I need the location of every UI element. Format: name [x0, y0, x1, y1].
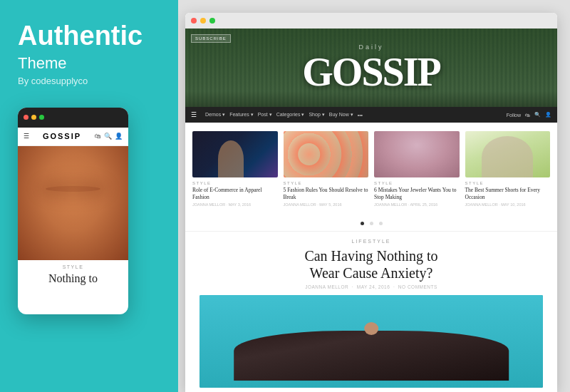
dot-2[interactable] [370, 222, 373, 225]
desktop-site: SUBSCRIBE Daily GOSSIP ☰ Demos ▾ Feature… [185, 29, 557, 392]
nav-items: Demos ▾ Features ▾ Post ▾ Categories ▾ S… [205, 112, 501, 118]
subscribe-button[interactable]: SUBSCRIBE [191, 34, 231, 43]
article-meta-3: JOANNA MELLOR · APRIL 25, 2016 [374, 202, 460, 207]
article-meta-4: JOANNA MELLOR · MAY 10, 2016 [465, 202, 551, 207]
article-card-3[interactable]: STYLE 6 Mistakes Your Jeweler Wants You … [374, 131, 460, 207]
mobile-dot-red [24, 115, 28, 120]
article-meta-1: JOANNA MELLOR · MAY 3, 2016 [192, 202, 278, 207]
dot-3[interactable] [379, 222, 383, 225]
mobile-hero-face [18, 146, 128, 260]
desktop-top-bar [185, 13, 557, 29]
feature-meta: JOANNA MELLOR · MAY 24, 2016 · NO COMMEN… [200, 284, 543, 289]
mobile-nav-icons: 🛍 🔍 👤 [95, 133, 123, 140]
pagination-dots [185, 212, 557, 231]
article-card-1[interactable]: STYLE Role of E-Commerce in Apparel Fash… [192, 131, 278, 207]
article-card-2[interactable]: STYLE 5 Fashion Rules You Should Resolve… [284, 131, 369, 207]
article-title-2: 5 Fashion Rules You Should Resolve to Br… [284, 187, 369, 201]
gossip-title: GOSSIP [302, 50, 440, 94]
dot-1[interactable] [361, 222, 364, 225]
feature-title-line1: Can Having Nothing to [304, 248, 437, 264]
article-card-4[interactable]: STYLE The Best Summer Shorts for Every O… [465, 131, 551, 207]
nav-bag-icon[interactable]: 🛍 [525, 113, 530, 118]
figure-head [364, 322, 378, 335]
feature-image [200, 295, 543, 388]
user-icon: 👤 [115, 133, 123, 140]
nav-item-post[interactable]: Post ▾ [258, 112, 272, 118]
feature-title-line2: Wear Cause Anxiety? [310, 265, 433, 281]
nav-user-icon[interactable]: 👤 [545, 112, 551, 118]
nav-item-categories[interactable]: Categories ▾ [276, 112, 305, 118]
nav-hamburger-icon[interactable]: ☰ [191, 111, 197, 118]
nav-item-demos[interactable]: Demos ▾ [205, 112, 225, 118]
desktop-dot-red [191, 18, 197, 24]
nav-item-buynow[interactable]: Buy Now ▾ [329, 112, 353, 118]
mobile-hero-image [18, 146, 128, 260]
nav-item-features[interactable]: Features ▾ [229, 112, 254, 118]
brand-title: Authentic [18, 21, 142, 51]
article-thumb-3 [374, 131, 460, 177]
feature-section: LIFESTYLE Can Having Nothing to Wear Cau… [185, 231, 557, 392]
article-style-4: STYLE [465, 181, 551, 185]
brand-subtitle: Theme [18, 54, 66, 73]
article-title-4: The Best Summer Shorts for Every Occasio… [465, 187, 551, 201]
nav-right: Follow 🛍 🔍 👤 [507, 112, 551, 118]
mobile-nav-bar: ☰ GOSSIP 🛍 🔍 👤 [18, 128, 128, 146]
mobile-mockup: ☰ GOSSIP 🛍 🔍 👤 STYLE Nothing to [18, 108, 128, 314]
article-style-1: STYLE [192, 181, 278, 185]
mobile-dot-yellow [31, 115, 36, 120]
mobile-headline: Nothing to [24, 272, 123, 285]
article-thumb-2 [284, 131, 369, 177]
bag-icon: 🛍 [95, 133, 101, 140]
right-panel: SUBSCRIBE Daily GOSSIP ☰ Demos ▾ Feature… [178, 0, 570, 392]
desktop-dot-yellow [200, 18, 206, 24]
site-hero: SUBSCRIBE Daily GOSSIP [185, 29, 557, 107]
articles-grid: STYLE Role of E-Commerce in Apparel Fash… [185, 123, 557, 212]
desktop-dot-green [209, 18, 215, 24]
desktop-mockup: SUBSCRIBE Daily GOSSIP ☰ Demos ▾ Feature… [185, 13, 557, 392]
feature-title: Can Having Nothing to Wear Cause Anxiety… [200, 247, 543, 282]
mobile-top-bar [18, 108, 128, 128]
nav-follow[interactable]: Follow [507, 113, 521, 118]
site-nav: ☰ Demos ▾ Features ▾ Post ▾ Categories ▾… [185, 107, 557, 123]
mobile-dot-green [39, 115, 44, 120]
article-thumb-4 [465, 131, 551, 177]
article-meta-2: JOANNA MELLOR · MAY 5, 2016 [284, 202, 369, 207]
mobile-nav-logo: GOSSIP [43, 132, 81, 140]
article-thumb-1 [192, 131, 278, 177]
mobile-content: STYLE Nothing to [18, 260, 128, 289]
nav-item-shop[interactable]: Shop ▾ [309, 112, 324, 118]
article-title-3: 6 Mistakes Your Jeweler Wants You to Sto… [374, 187, 460, 201]
left-panel: Authentic Theme By codesupplyco ☰ GOSSIP… [0, 0, 178, 392]
nav-search-icon[interactable]: 🔍 [534, 112, 541, 118]
article-title-1: Role of E-Commerce in Apparel Fashion [192, 187, 278, 201]
feature-category: LIFESTYLE [200, 239, 543, 244]
figure-in-pool [234, 331, 509, 381]
gossip-logo: Daily GOSSIP [302, 43, 440, 92]
article-style-3: STYLE [374, 181, 460, 185]
article-style-2: STYLE [284, 181, 369, 185]
search-icon: 🔍 [104, 133, 112, 140]
mobile-style-label: STYLE [24, 264, 123, 269]
brand-by: By codesupplyco [18, 76, 88, 86]
nav-item-more[interactable]: ••• [358, 112, 363, 118]
